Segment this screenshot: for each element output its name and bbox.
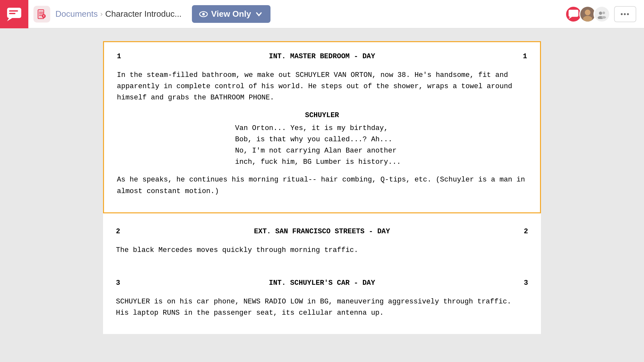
svg-rect-10	[569, 10, 578, 17]
scene-3-header: 3 INT. SCHUYLER'S CAR - DAY 3	[116, 278, 528, 288]
svg-rect-3	[9, 13, 15, 14]
svg-point-16	[602, 12, 605, 14]
view-only-label: View Only	[211, 9, 251, 19]
view-only-button[interactable]: View Only	[192, 5, 270, 23]
svg-point-14	[599, 12, 602, 15]
breadcrumb-docs[interactable]: Documents	[55, 9, 98, 19]
eye-icon	[199, 10, 208, 19]
doc-icon-button[interactable]: +	[33, 6, 50, 23]
breadcrumb-current: Character Introduc...	[105, 9, 182, 19]
scene-2-number-right: 2	[524, 226, 528, 237]
svg-point-13	[583, 16, 592, 22]
scene-3-heading: INT. SCHUYLER'S CAR - DAY	[269, 278, 375, 288]
breadcrumb-chevron: ›	[100, 10, 103, 18]
avatar-users[interactable]	[593, 6, 610, 23]
scene-3-action: SCHUYLER is on his car phone, NEWS RADIO…	[116, 296, 528, 319]
topbar-right: •••	[565, 6, 636, 23]
main-content: 1 INT. MASTER BEDROOM - DAY 1 In the ste…	[0, 28, 644, 362]
scene-1: 1 INT. MASTER BEDROOM - DAY 1 In the ste…	[103, 41, 541, 213]
avatar-group	[565, 6, 610, 23]
svg-text:+: +	[43, 14, 45, 18]
breadcrumb: Documents › Character Introduc...	[55, 9, 182, 19]
scene-1-action2: As he speaks, he continues his morning r…	[117, 174, 527, 197]
more-options-button[interactable]: •••	[614, 6, 636, 22]
scene-3-number-left: 3	[116, 278, 120, 288]
scene-1-header: 1 INT. MASTER BEDROOM - DAY 1	[117, 51, 527, 62]
scene-3: 3 INT. SCHUYLER'S CAR - DAY 3 SCHUYLER i…	[103, 271, 541, 334]
scene-2-action: The black Mercedes moves quickly through…	[116, 245, 528, 256]
svg-point-9	[202, 13, 205, 15]
scene-1-action: In the steam-filled bathroom, we make ou…	[117, 70, 527, 104]
scene-1-dialogue: Van Orton... Yes, it is my birthday, Bob…	[209, 123, 435, 168]
scene-1-heading: INT. MASTER BEDROOM - DAY	[269, 51, 375, 62]
scene-2: 2 EXT. SAN FRANCISCO STREETS - DAY 2 The…	[103, 213, 541, 271]
topbar: + Documents › Character Introduc... View…	[0, 0, 644, 28]
chevron-down-icon	[254, 10, 263, 19]
scene-1-character: SCHUYLER	[117, 110, 527, 121]
app-logo[interactable]	[0, 0, 28, 28]
scene-2-heading: EXT. SAN FRANCISCO STREETS - DAY	[254, 226, 390, 237]
svg-rect-2	[9, 10, 18, 12]
svg-marker-11	[569, 17, 572, 19]
svg-point-17	[601, 16, 606, 19]
svg-marker-1	[7, 18, 12, 21]
scene-1-number-right: 1	[523, 51, 527, 62]
scene-3-number-right: 3	[524, 278, 528, 288]
svg-point-12	[585, 9, 591, 15]
scene-2-number-left: 2	[116, 226, 120, 237]
scene-1-number-left: 1	[117, 51, 121, 62]
scene-2-header: 2 EXT. SAN FRANCISCO STREETS - DAY 2	[116, 226, 528, 237]
